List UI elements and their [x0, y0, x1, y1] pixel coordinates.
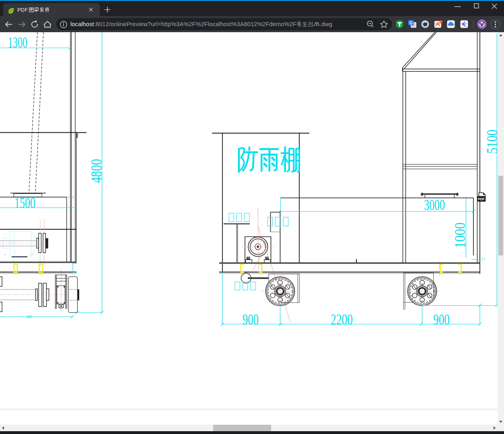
svg-text:1500: 1500 [14, 195, 35, 211]
svg-text:PDF: PDF [478, 197, 485, 201]
svg-text:35: 35 [481, 257, 485, 261]
svg-text:4800: 4800 [88, 159, 105, 183]
svg-text:900: 900 [243, 311, 259, 328]
svg-text:1385: 1385 [26, 315, 32, 319]
svg-text:1000: 1000 [452, 222, 468, 248]
svg-text:5100: 5100 [484, 130, 498, 154]
svg-text:1300: 1300 [8, 34, 27, 51]
svg-text:900: 900 [433, 311, 450, 328]
svg-text:3000: 3000 [424, 197, 445, 213]
svg-text:2200: 2200 [331, 311, 353, 328]
